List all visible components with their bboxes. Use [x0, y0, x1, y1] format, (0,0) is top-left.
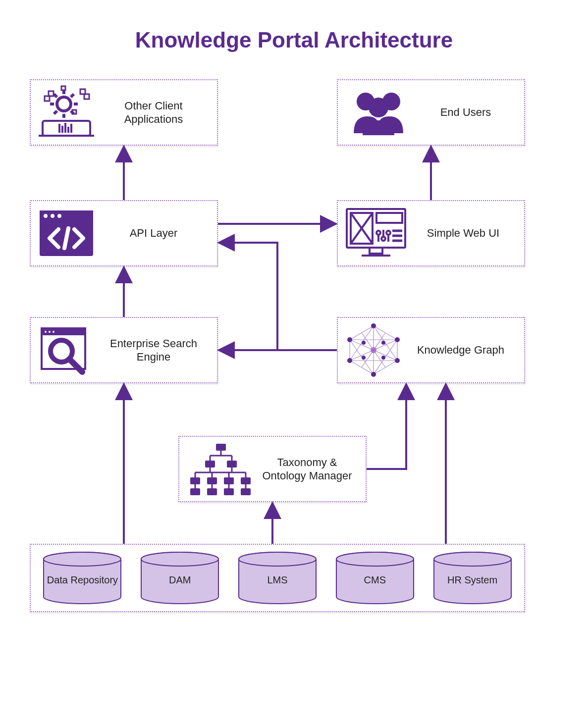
- svg-rect-87: [207, 488, 217, 495]
- datasource-cylinder: HR System: [430, 551, 515, 605]
- svg-point-106: [44, 552, 121, 566]
- edge-taxo-to-kg: [367, 385, 406, 469]
- svg-rect-14: [61, 86, 65, 90]
- diagram-canvas: Other Client Applications End Users: [30, 79, 555, 693]
- edge-kg-to-api: [220, 243, 277, 350]
- svg-rect-84: [224, 477, 234, 484]
- svg-rect-86: [190, 488, 200, 495]
- svg-rect-83: [207, 477, 217, 484]
- svg-point-41: [376, 231, 380, 235]
- svg-line-55: [69, 359, 82, 372]
- node-api-layer: API Layer: [30, 200, 218, 266]
- svg-rect-50: [42, 328, 85, 335]
- svg-point-68: [371, 323, 376, 328]
- svg-rect-80: [205, 461, 215, 467]
- users-icon: [344, 84, 413, 141]
- datasource-cylinder: DAM: [138, 551, 222, 605]
- datasource-cylinder: LMS: [235, 551, 320, 605]
- svg-line-9: [71, 94, 74, 97]
- node-search-engine: Enterprise Search Engine: [30, 317, 218, 383]
- gear-process-icon: [37, 84, 96, 141]
- svg-point-76: [381, 341, 385, 345]
- node-label: Other Client Applications: [96, 99, 211, 126]
- node-taxonomy-ontology: Taxonomy & Ontology Manager: [178, 436, 367, 502]
- svg-point-51: [45, 331, 47, 333]
- node-label: Enterprise Search Engine: [96, 337, 211, 364]
- svg-point-70: [395, 358, 400, 363]
- node-datasources: Data Repository DAM LMS CMS HR System: [30, 544, 525, 612]
- node-label: Taxonomy & Ontology Manager: [255, 456, 360, 483]
- datasource-label: CMS: [364, 571, 386, 586]
- svg-rect-39: [376, 213, 402, 223]
- node-other-client-apps: Other Client Applications: [30, 79, 218, 146]
- svg-point-112: [336, 552, 414, 566]
- svg-point-108: [141, 552, 218, 566]
- svg-rect-85: [241, 477, 251, 484]
- svg-rect-79: [216, 444, 226, 451]
- svg-point-71: [371, 372, 376, 377]
- svg-point-30: [57, 214, 61, 218]
- svg-point-69: [395, 337, 400, 342]
- svg-point-25: [369, 98, 388, 117]
- svg-rect-81: [227, 461, 237, 467]
- svg-point-74: [371, 347, 376, 353]
- svg-point-114: [434, 552, 511, 566]
- svg-point-110: [239, 552, 316, 566]
- svg-point-75: [362, 341, 366, 345]
- datasource-label: Data Repository: [47, 571, 118, 586]
- network-graph-icon: [344, 322, 403, 378]
- search-icon: [37, 322, 96, 378]
- node-label: End Users: [413, 105, 518, 119]
- svg-rect-89: [241, 488, 251, 495]
- page-title: Knowledge Portal Architecture: [0, 0, 588, 52]
- node-knowledge-graph: Knowledge Graph: [337, 317, 525, 383]
- svg-point-43: [381, 237, 385, 241]
- svg-line-8: [54, 94, 57, 97]
- svg-rect-88: [224, 488, 234, 495]
- svg-point-77: [362, 356, 366, 360]
- node-label: API Layer: [96, 226, 211, 240]
- svg-point-3: [57, 97, 71, 111]
- node-web-ui: Simple Web UI: [337, 200, 525, 266]
- svg-point-53: [53, 331, 54, 333]
- svg-point-29: [51, 214, 54, 218]
- svg-point-73: [347, 337, 352, 342]
- svg-rect-34: [370, 248, 382, 254]
- datasource-label: LMS: [267, 571, 287, 586]
- datasource-label: HR System: [447, 571, 497, 586]
- svg-rect-16: [84, 94, 89, 99]
- svg-point-45: [386, 231, 390, 235]
- datasource-cylinder: Data Repository: [40, 551, 124, 605]
- svg-point-52: [49, 331, 51, 333]
- monitor-ui-icon: [344, 205, 408, 261]
- node-end-users: End Users: [337, 79, 525, 146]
- svg-rect-17: [72, 110, 76, 114]
- hierarchy-icon: [185, 441, 255, 497]
- svg-line-10: [54, 111, 57, 114]
- code-window-icon: [37, 205, 96, 261]
- node-label: Knowledge Graph: [403, 343, 518, 357]
- svg-rect-27: [40, 210, 93, 221]
- datasource-cylinder: CMS: [333, 551, 417, 605]
- node-label: Simple Web UI: [408, 226, 518, 240]
- svg-rect-13: [45, 96, 50, 101]
- svg-point-78: [381, 356, 385, 360]
- svg-point-72: [347, 358, 352, 363]
- svg-rect-82: [190, 477, 200, 484]
- datasource-label: DAM: [169, 571, 191, 586]
- svg-point-28: [44, 214, 48, 218]
